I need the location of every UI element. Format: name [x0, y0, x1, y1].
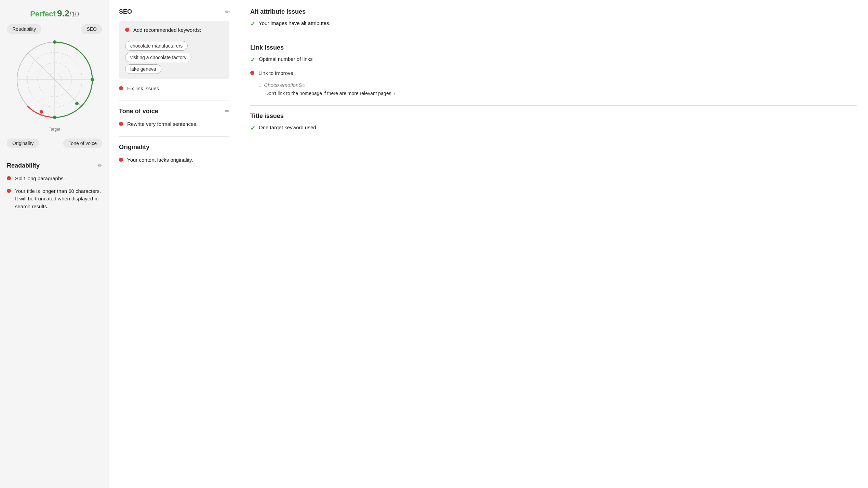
link-check-item: ✓ Optimal number of links [250, 55, 857, 65]
score-header: Perfect 9.2/10 [7, 8, 102, 19]
title-check-item: ✓ One target keyword used. [250, 124, 857, 133]
link-check-text: Optimal number of links [259, 55, 313, 63]
link-item-row: 1 Choco emotionS ⎋ [258, 82, 857, 88]
svg-point-13 [40, 110, 43, 114]
mid-panel: SEO ✏ Add recommended keywords: chocolat… [109, 0, 239, 488]
red-dot [250, 71, 254, 75]
readability-edit-icon[interactable]: ✏ [98, 162, 102, 169]
link-improve-detail: 1 Choco emotionS ⎋ Don't link to the hom… [258, 82, 857, 97]
check-icon: ✓ [250, 124, 255, 133]
readability-title: Readability ✏ [7, 162, 102, 169]
tone-section: Tone of voice ✏ Rewrite very formal sent… [119, 108, 229, 128]
originality-title: Originality [119, 144, 229, 151]
seo-title: SEO ✏ [119, 8, 229, 15]
radar-labels-bottom: Originality Tone of voice [7, 139, 102, 148]
title-issues-title: Title issues [250, 113, 857, 120]
left-panel: Perfect 9.2/10 Readability SEO [0, 0, 109, 488]
svg-point-9 [53, 40, 56, 44]
radar-labels-top: Readability SEO [7, 24, 102, 34]
target-label: Target [7, 127, 102, 132]
originality-item-1-text: Your content lacks originality. [127, 156, 193, 164]
info-icon: ℹ [394, 91, 396, 96]
radar-label-tone: Tone of voice [63, 139, 103, 148]
radar-label-readability: Readability [7, 24, 41, 34]
link-desc: Don't link to the homepage if there are … [265, 90, 857, 97]
keyword-2[interactable]: visiting a chocolate factory [125, 53, 191, 62]
keywords-list: chocolate manufacturers visiting a choco… [125, 39, 223, 74]
link-text[interactable]: Choco emotionS [264, 82, 302, 88]
seo-section: SEO ✏ Add recommended keywords: chocolat… [119, 8, 229, 92]
check-icon: ✓ [250, 55, 255, 65]
alt-issues-section: Alt attribute issues ✓ Your images have … [250, 8, 857, 29]
readability-item-2-text: Your title is longer than 60 characters.… [15, 187, 102, 211]
fix-links-text: Fix link issues. [127, 85, 161, 93]
alt-check-text: Your images have alt attributes. [259, 19, 331, 27]
keywords-header: Add recommended keywords: [125, 26, 223, 34]
readability-item-1-text: Split long paragraphs. [15, 175, 65, 183]
radar-label-originality: Originality [7, 139, 39, 148]
score-label: Perfect [30, 10, 56, 18]
title-check-text: One target keyword used. [259, 124, 318, 132]
keyword-1[interactable]: chocolate manufacturers [125, 41, 188, 51]
link-improve-label: Link to improve: [258, 69, 295, 77]
red-dot [119, 158, 123, 162]
tone-edit-icon[interactable]: ✏ [225, 108, 229, 115]
keyword-3[interactable]: lake geneva [125, 64, 161, 74]
link-number: 1 [258, 82, 261, 88]
originality-section: Originality Your content lacks originali… [119, 144, 229, 164]
alt-issues-title: Alt attribute issues [250, 8, 857, 15]
svg-point-12 [53, 116, 56, 119]
alt-check-item: ✓ Your images have alt attributes. [250, 19, 857, 29]
originality-item-1: Your content lacks originality. [119, 156, 229, 164]
svg-point-10 [91, 78, 94, 81]
tone-item-1: Rewrite very formal sentences. [119, 120, 229, 128]
red-dot [119, 122, 123, 126]
keywords-label: Add recommended keywords: [133, 26, 201, 34]
score-denom: /10 [69, 10, 79, 18]
radar-label-seo: SEO [81, 24, 102, 34]
link-issues-section: Link issues ✓ Optimal number of links Li… [250, 44, 857, 97]
radar-chart [10, 35, 99, 124]
tone-title: Tone of voice ✏ [119, 108, 229, 115]
red-dot [7, 176, 11, 180]
tone-item-1-text: Rewrite very formal sentences. [127, 120, 198, 128]
title-issues-section: Title issues ✓ One target keyword used. [250, 113, 857, 133]
red-dot [119, 86, 123, 90]
radar-svg [10, 35, 99, 124]
right-panel: Alt attribute issues ✓ Your images have … [239, 0, 868, 488]
fix-links-item: Fix link issues. [119, 85, 229, 93]
keywords-box: Add recommended keywords: chocolate manu… [119, 21, 229, 79]
readability-item-2: Your title is longer than 60 characters.… [7, 187, 102, 211]
external-link-icon: ⎋ [303, 82, 305, 88]
svg-point-11 [75, 102, 79, 105]
check-icon: ✓ [250, 19, 255, 29]
readability-section: Readability ✏ Split long paragraphs. You… [7, 162, 102, 210]
link-improve-item: Link to improve: [250, 69, 857, 77]
readability-item-1: Split long paragraphs. [7, 175, 102, 183]
score-number: 9.2 [57, 8, 69, 18]
seo-edit-icon[interactable]: ✏ [225, 9, 229, 15]
link-issues-title: Link issues [250, 44, 857, 51]
red-dot [125, 28, 129, 32]
red-dot [7, 189, 11, 193]
